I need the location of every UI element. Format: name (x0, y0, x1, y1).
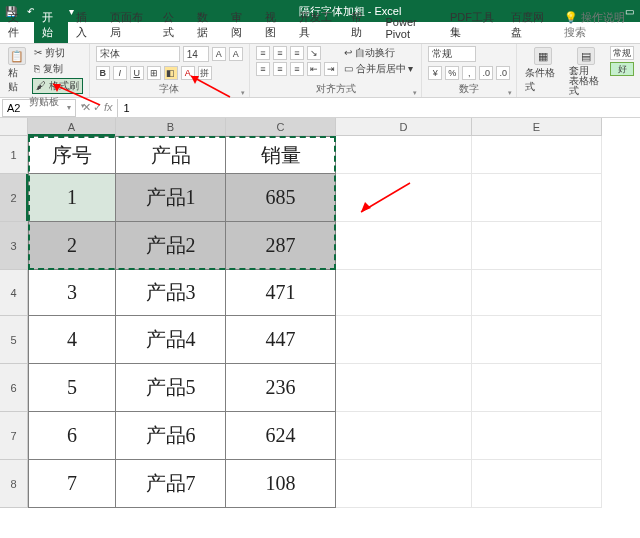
bold-button[interactable]: B (96, 66, 110, 80)
tab-home[interactable]: 开始 (34, 7, 68, 43)
merge-center-button[interactable]: ▭ 合并后居中 ▾ (342, 62, 416, 76)
cell-d1[interactable] (336, 136, 472, 174)
border-button[interactable]: ⊞ (147, 66, 161, 80)
format-as-table-button[interactable]: ▤ 套用 表格格式 (567, 46, 606, 97)
dec-decimal-icon[interactable]: .0 (496, 66, 510, 80)
worksheet-grid[interactable]: A B C D E 1 序号 产品 销量 2 1 产品1 685 3 2 产品2 (0, 118, 640, 508)
cell-a7[interactable]: 6 (28, 412, 116, 460)
cell-c6[interactable]: 236 (226, 364, 336, 412)
tab-data[interactable]: 数据 (189, 7, 223, 43)
cell-e7[interactable] (472, 412, 602, 460)
cell-b5[interactable]: 产品4 (116, 316, 226, 364)
column-header-a[interactable]: A (28, 118, 116, 136)
tab-layout[interactable]: 页面布局 (102, 7, 154, 43)
column-header-c[interactable]: C (226, 118, 336, 136)
align-middle-icon[interactable]: ≡ (273, 46, 287, 60)
inc-decimal-icon[interactable]: .0 (479, 66, 493, 80)
cell-d4[interactable] (336, 270, 472, 316)
tab-file[interactable]: 文件 (0, 7, 34, 43)
cell-d6[interactable] (336, 364, 472, 412)
cell-e3[interactable] (472, 222, 602, 270)
cell-a8[interactable]: 7 (28, 460, 116, 508)
tab-help[interactable]: 帮助 (343, 7, 377, 43)
paste-button[interactable]: 📋 粘贴 (6, 46, 28, 95)
row-header-3[interactable]: 3 (0, 222, 28, 270)
cell-a2[interactable]: 1 (28, 174, 116, 222)
font-color-button[interactable]: A (181, 66, 195, 80)
row-header-2[interactable]: 2 (0, 174, 28, 222)
row-header-5[interactable]: 5 (0, 316, 28, 364)
cell-e6[interactable] (472, 364, 602, 412)
enter-formula-icon[interactable]: ✓ (93, 101, 102, 114)
tab-review[interactable]: 审阅 (223, 7, 257, 43)
tab-insert[interactable]: 插入 (68, 7, 102, 43)
cell-b1[interactable]: 产品 (116, 136, 226, 174)
select-all-corner[interactable] (0, 118, 28, 136)
style-good[interactable]: 好 (610, 62, 634, 76)
cell-c2[interactable]: 685 (226, 174, 336, 222)
cell-b2[interactable]: 产品1 (116, 174, 226, 222)
align-left-icon[interactable]: ≡ (256, 62, 270, 76)
cell-a4[interactable]: 3 (28, 270, 116, 316)
column-header-e[interactable]: E (472, 118, 602, 136)
indent-dec-icon[interactable]: ⇤ (307, 62, 321, 76)
fx-icon[interactable]: fx (104, 101, 113, 114)
underline-button[interactable]: U (130, 66, 144, 80)
tab-powerpivot[interactable]: Power Pivot (378, 13, 442, 43)
cell-e5[interactable] (472, 316, 602, 364)
row-header-7[interactable]: 7 (0, 412, 28, 460)
tab-dev[interactable]: 开发工具 (291, 7, 343, 43)
number-format-combo[interactable]: 常规 (428, 46, 476, 62)
cell-c3[interactable]: 287 (226, 222, 336, 270)
conditional-format-button[interactable]: ▦ 条件格式 (523, 46, 562, 95)
align-top-icon[interactable]: ≡ (256, 46, 270, 60)
cell-e2[interactable] (472, 174, 602, 222)
cell-b3[interactable]: 产品2 (116, 222, 226, 270)
copy-button[interactable]: ⎘ 复制 (32, 62, 83, 76)
cell-d3[interactable] (336, 222, 472, 270)
column-header-d[interactable]: D (336, 118, 472, 136)
cell-e4[interactable] (472, 270, 602, 316)
orientation-icon[interactable]: ↘ (307, 46, 321, 60)
cell-b6[interactable]: 产品5 (116, 364, 226, 412)
decrease-font-icon[interactable]: A (229, 47, 243, 61)
currency-icon[interactable]: ¥ (428, 66, 442, 80)
row-header-8[interactable]: 8 (0, 460, 28, 508)
cell-c5[interactable]: 447 (226, 316, 336, 364)
cell-e8[interactable] (472, 460, 602, 508)
row-header-1[interactable]: 1 (0, 136, 28, 174)
formula-input[interactable]: 1 (117, 99, 640, 117)
cell-b8[interactable]: 产品7 (116, 460, 226, 508)
cut-button[interactable]: ✂ 剪切 (32, 46, 83, 60)
indent-inc-icon[interactable]: ⇥ (324, 62, 338, 76)
cell-d2[interactable] (336, 174, 472, 222)
cell-a3[interactable]: 2 (28, 222, 116, 270)
percent-icon[interactable]: % (445, 66, 459, 80)
tab-pdf[interactable]: PDF工具集 (442, 7, 503, 43)
fill-color-button[interactable]: ◧ (164, 66, 178, 80)
tell-me-search[interactable]: 💡 操作说明搜索 (556, 7, 640, 43)
align-center-icon[interactable]: ≡ (273, 62, 287, 76)
cell-d5[interactable] (336, 316, 472, 364)
font-group-label[interactable]: 字体 (96, 82, 243, 97)
cell-d7[interactable] (336, 412, 472, 460)
cell-a1[interactable]: 序号 (28, 136, 116, 174)
align-right-icon[interactable]: ≡ (290, 62, 304, 76)
wrap-text-button[interactable]: ↩ 自动换行 (342, 46, 416, 60)
tab-view[interactable]: 视图 (257, 7, 291, 43)
row-header-4[interactable]: 4 (0, 270, 28, 316)
cell-d8[interactable] (336, 460, 472, 508)
cell-b4[interactable]: 产品3 (116, 270, 226, 316)
cell-c7[interactable]: 624 (226, 412, 336, 460)
row-header-6[interactable]: 6 (0, 364, 28, 412)
tab-formulas[interactable]: 公式 (155, 7, 189, 43)
font-size-combo[interactable]: 14 (183, 46, 209, 62)
column-header-b[interactable]: B (116, 118, 226, 136)
align-bottom-icon[interactable]: ≡ (290, 46, 304, 60)
alignment-group-label[interactable]: 对齐方式 (256, 82, 416, 97)
tab-baidu[interactable]: 百度网盘 (503, 7, 555, 43)
cell-a6[interactable]: 5 (28, 364, 116, 412)
cell-b7[interactable]: 产品6 (116, 412, 226, 460)
format-painter-button[interactable]: 🖌 格式刷 (32, 78, 83, 94)
cell-e1[interactable] (472, 136, 602, 174)
